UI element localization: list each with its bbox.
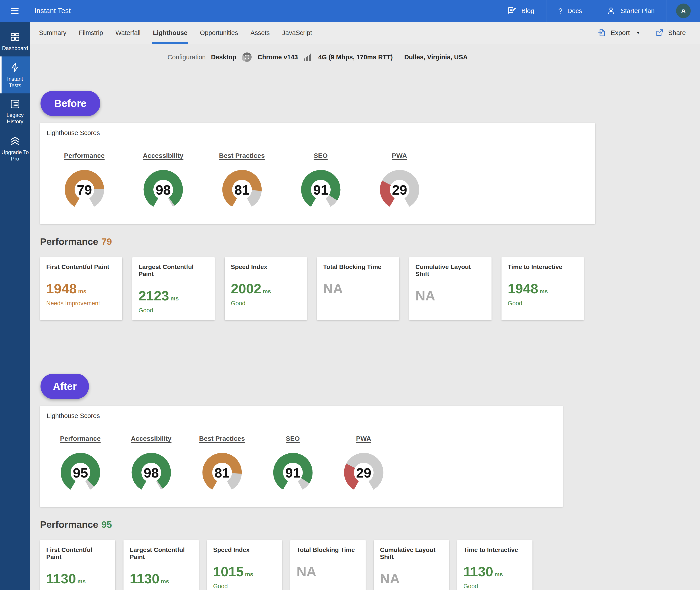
gauge-label-pwa[interactable]: PWA bbox=[392, 152, 407, 160]
metric-title: Time to Interactive bbox=[508, 264, 578, 271]
metric-unit: ms bbox=[170, 295, 179, 302]
config-browser: Chrome v143 bbox=[258, 54, 298, 61]
tab-javascript[interactable]: JavaScript bbox=[282, 22, 312, 44]
tab-summary[interactable]: Summary bbox=[39, 22, 67, 44]
blog-icon bbox=[507, 6, 516, 16]
export-button[interactable]: Export ▾ bbox=[597, 28, 639, 37]
metric-status: Good bbox=[138, 307, 209, 314]
page-title: Instant Test bbox=[34, 7, 71, 15]
metric-status: Good bbox=[231, 300, 301, 307]
metric-value: 1015 bbox=[213, 564, 244, 579]
gauge-label-seo[interactable]: SEO bbox=[314, 152, 328, 160]
share-label: Share bbox=[668, 29, 686, 36]
gauge-label-best-practices[interactable]: Best Practices bbox=[219, 152, 265, 160]
metric-title: Speed Index bbox=[231, 264, 301, 271]
heading-score: 95 bbox=[101, 519, 112, 530]
metric-title: Cumulative Layout Shift bbox=[380, 547, 443, 561]
sidebar-item-upgrade[interactable]: Upgrade To Pro bbox=[0, 130, 30, 167]
top-bar: Instant Test Blog ? Docs Starter Plan A bbox=[0, 0, 700, 22]
metric-value: 1130 bbox=[46, 571, 76, 586]
sidebar-item-instant-tests[interactable]: Instant Tests bbox=[0, 57, 30, 94]
before-lighthouse-card: Lighthouse Scores Performance 79 Accessi… bbox=[40, 123, 595, 224]
performance-gauge: 79 bbox=[62, 167, 107, 212]
avatar[interactable]: A bbox=[676, 4, 691, 18]
metric-card-cls: Cumulative Layout Shift NA bbox=[409, 257, 491, 320]
metric-title: Cumulative Layout Shift bbox=[416, 264, 485, 278]
sidebar-item-label: Instant Tests bbox=[1, 76, 29, 89]
gauge-label-best-practices[interactable]: Best Practices bbox=[199, 435, 245, 442]
gauge-label-performance[interactable]: Performance bbox=[60, 435, 101, 442]
metric-unit: ms bbox=[495, 571, 503, 578]
pwa-gauge: 29 bbox=[377, 167, 422, 212]
tab-assets[interactable]: Assets bbox=[250, 22, 270, 44]
before-badge[interactable]: Before bbox=[40, 91, 100, 116]
svg-text:29: 29 bbox=[356, 465, 371, 480]
svg-text:91: 91 bbox=[285, 465, 300, 480]
gauge-label-seo[interactable]: SEO bbox=[286, 435, 300, 442]
metric-title: Time to Interactive bbox=[463, 547, 526, 554]
svg-text:79: 79 bbox=[77, 182, 92, 197]
metric-status: Good bbox=[213, 583, 276, 590]
menu-icon[interactable] bbox=[11, 6, 19, 15]
metric-value: NA bbox=[416, 288, 435, 303]
nav-blog[interactable]: Blog bbox=[495, 0, 546, 22]
heading-label: Performance bbox=[40, 519, 98, 530]
share-button[interactable]: Share bbox=[655, 28, 686, 37]
metric-status: Needs Improvement bbox=[46, 300, 116, 307]
metric-card-tti: Time to Interactive 1948 ms Good bbox=[501, 257, 584, 320]
metric-card-fcp: First Contentful Paint 1130 ms Good bbox=[40, 540, 115, 590]
nav-docs[interactable]: ? Docs bbox=[546, 0, 594, 22]
metric-value: 1948 bbox=[46, 281, 77, 296]
configuration-label: Configuration bbox=[167, 54, 206, 61]
gauge-pwa: PWA 29 bbox=[360, 152, 439, 212]
after-badge[interactable]: After bbox=[40, 374, 89, 399]
tab-opportunities[interactable]: Opportunities bbox=[200, 22, 238, 44]
metric-title: Total Blocking Time bbox=[323, 264, 393, 271]
after-performance-heading: Performance95 bbox=[40, 519, 700, 530]
config-device: Desktop bbox=[211, 54, 236, 61]
tab-waterfall[interactable]: Waterfall bbox=[116, 22, 140, 44]
metric-unit: ms bbox=[78, 288, 87, 295]
metric-value: NA bbox=[323, 281, 343, 296]
svg-text:81: 81 bbox=[215, 465, 230, 480]
export-caret-icon: ▾ bbox=[637, 30, 639, 36]
tab-filmstrip[interactable]: Filmstrip bbox=[79, 22, 103, 44]
account-menu[interactable]: A bbox=[667, 0, 700, 22]
after-metrics: First Contentful Paint 1130 ms Good Larg… bbox=[40, 540, 700, 590]
seo-gauge: 91 bbox=[270, 450, 316, 495]
pwa-gauge: 29 bbox=[341, 450, 386, 495]
accessibility-gauge: 98 bbox=[140, 167, 186, 212]
gauge-pwa: PWA 29 bbox=[328, 435, 399, 495]
gauge-accessibility: Accessibility 98 bbox=[116, 435, 187, 495]
svg-text:91: 91 bbox=[313, 182, 328, 197]
gauge-label-accessibility[interactable]: Accessibility bbox=[143, 152, 183, 160]
config-location: Dulles, Virginia, USA bbox=[404, 54, 468, 61]
configuration-row: Configuration Desktop Chrome v143 4G (9 … bbox=[40, 52, 595, 63]
metric-value: NA bbox=[297, 564, 317, 579]
gauge-best-practices: Best Practices 81 bbox=[203, 152, 281, 212]
share-icon bbox=[655, 28, 664, 37]
gauge-label-performance[interactable]: Performance bbox=[64, 152, 104, 160]
svg-text:98: 98 bbox=[155, 182, 170, 197]
top-nav: Blog ? Docs Starter Plan A bbox=[495, 0, 700, 22]
metric-card-lcp: Largest Contentful Paint 1130 ms Good bbox=[123, 540, 199, 590]
export-icon bbox=[597, 28, 607, 37]
sidebar-item-label: Upgrade To Pro bbox=[1, 149, 29, 162]
sidebar-item-dashboard[interactable]: Dashboard bbox=[0, 26, 30, 57]
metric-unit: ms bbox=[540, 288, 548, 295]
sidebar-item-legacy-history[interactable]: Legacy History bbox=[0, 93, 30, 130]
gauge-label-accessibility[interactable]: Accessibility bbox=[131, 435, 171, 442]
metric-card-speed-index: Speed Index 2002 ms Good bbox=[225, 257, 307, 320]
sidebar: Dashboard Instant Tests Legacy History U… bbox=[0, 22, 30, 590]
nav-plan[interactable]: Starter Plan bbox=[594, 0, 667, 22]
before-performance-heading: Performance79 bbox=[40, 236, 700, 247]
gauge-label-pwa[interactable]: PWA bbox=[356, 435, 371, 442]
gauge-accessibility: Accessibility 98 bbox=[124, 152, 203, 212]
tab-lighthouse[interactable]: Lighthouse bbox=[153, 22, 188, 44]
config-network: 4G (9 Mbps, 170ms RTT) bbox=[318, 54, 393, 61]
export-label: Export bbox=[611, 29, 630, 36]
metric-title: First Contentful Paint bbox=[46, 264, 116, 271]
upgrade-chevrons-icon bbox=[9, 134, 21, 147]
nav-blog-label: Blog bbox=[521, 7, 534, 15]
user-icon bbox=[606, 6, 616, 16]
